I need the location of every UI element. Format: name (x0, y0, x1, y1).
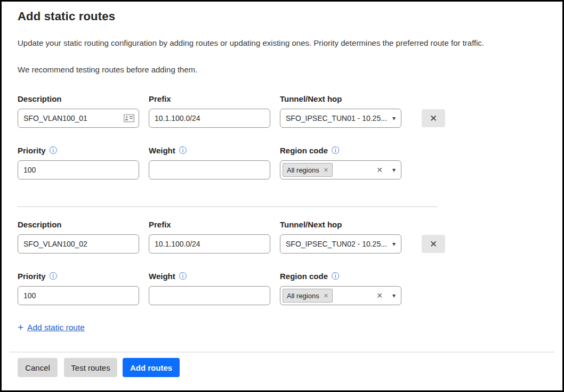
tunnel-select[interactable]: SFO_IPSEC_TUN02 - 10.25... ▾ (280, 234, 401, 254)
description-label: Description (18, 219, 62, 230)
weight-field-group: Weight ⓘ (149, 145, 270, 179)
priority-field-group: Priority ⓘ (18, 145, 139, 179)
region-multiselect[interactable]: All regions ✕ ✕ ▾ (280, 286, 401, 305)
note-text: We recommend testing routes before addin… (18, 64, 546, 75)
prefix-label: Prefix (149, 93, 171, 104)
weight-label: Weight (149, 271, 175, 282)
tunnel-select[interactable]: SFO_IPSEC_TUN01 - 10.25... ▾ (280, 109, 401, 128)
chevron-down-icon: ▾ (392, 292, 396, 299)
tunnel-field-group: Tunnel/Next hop SFO_IPSEC_TUN02 - 10.25.… (280, 219, 401, 254)
remove-route-button[interactable]: ✕ (422, 235, 445, 253)
route-divider (18, 206, 438, 207)
remove-route-button[interactable]: ✕ (422, 109, 445, 127)
tunnel-select-value: SFO_IPSEC_TUN02 - 10.25... (286, 240, 387, 248)
cancel-button[interactable]: Cancel (18, 358, 58, 377)
dialog-content: Add static routes Update your static rou… (2, 9, 562, 332)
chevron-down-icon: ▾ (392, 241, 396, 247)
tunnel-next-hop-label: Tunnel/Next hop (280, 219, 342, 230)
prefix-input[interactable] (149, 234, 270, 254)
description-input[interactable] (18, 234, 139, 254)
priority-input[interactable] (18, 286, 139, 305)
region-multiselect[interactable]: All regions ✕ ✕ ▾ (280, 160, 401, 179)
close-icon: ✕ (430, 239, 437, 249)
tunnel-select-value: SFO_IPSEC_TUN01 - 10.25... (286, 114, 387, 123)
weight-input[interactable] (149, 286, 270, 305)
add-static-routes-dialog: Add static routes Update your static rou… (0, 0, 564, 392)
priority-label: Priority (18, 271, 46, 282)
tunnel-next-hop-label: Tunnel/Next hop (280, 93, 342, 104)
chevron-down-icon: ▾ (392, 167, 396, 173)
region-tag: All regions ✕ (283, 289, 333, 303)
weight-label: Weight (149, 145, 175, 156)
chevron-down-icon: ▾ (392, 115, 396, 121)
weight-input[interactable] (149, 160, 270, 179)
page-title: Add static routes (18, 9, 546, 24)
footer-actions: Cancel Test routes Add routes (2, 353, 562, 377)
region-field-group: Region code ⓘ All regions ✕ ✕ ▾ (280, 271, 401, 305)
close-icon: ✕ (430, 113, 437, 124)
prefix-label: Prefix (149, 219, 171, 230)
route-1-secondary-row: Priority ⓘ Weight ⓘ Region code ⓘ (18, 145, 546, 179)
priority-label: Priority (18, 145, 46, 156)
clear-selection-icon[interactable]: ✕ (376, 292, 383, 299)
priority-field-group: Priority ⓘ (18, 271, 139, 305)
tunnel-field-group: Tunnel/Next hop SFO_IPSEC_TUN01 - 10.25.… (280, 93, 401, 128)
contact-card-icon[interactable] (124, 115, 134, 123)
tag-remove-icon[interactable]: ✕ (324, 292, 328, 299)
intro-text: Update your static routing configuration… (18, 37, 546, 48)
description-field-group: Description (18, 93, 139, 128)
info-icon[interactable]: ⓘ (179, 146, 187, 154)
tag-remove-icon[interactable]: ✕ (324, 167, 328, 174)
description-label: Description (18, 93, 62, 104)
description-field-group: Description (18, 219, 139, 254)
weight-field-group: Weight ⓘ (149, 271, 270, 305)
info-icon[interactable]: ⓘ (50, 272, 57, 280)
clear-selection-icon[interactable]: ✕ (376, 166, 383, 174)
add-routes-button[interactable]: Add routes (123, 358, 180, 377)
add-static-route-link[interactable]: Add static route (27, 323, 85, 332)
region-code-label: Region code (280, 271, 328, 282)
region-tag-label: All regions (287, 166, 319, 174)
priority-input[interactable] (18, 160, 139, 179)
route-entry-1: Description (18, 93, 546, 179)
region-tag: All regions ✕ (283, 163, 333, 177)
route-2-main-row: Description Prefix Tunnel/Next hop SFO_I (18, 219, 546, 254)
prefix-input[interactable] (149, 109, 270, 128)
info-icon[interactable]: ⓘ (332, 272, 339, 280)
description-input[interactable] (18, 109, 139, 128)
prefix-field-group: Prefix (149, 93, 270, 128)
test-routes-button[interactable]: Test routes (64, 358, 117, 377)
plus-icon: + (18, 322, 23, 332)
region-tag-label: All regions (287, 292, 319, 300)
region-code-label: Region code (280, 145, 328, 156)
info-icon[interactable]: ⓘ (179, 272, 187, 280)
region-field-group: Region code ⓘ All regions ✕ ✕ ▾ (280, 145, 401, 179)
add-static-route-row: + Add static route (18, 322, 546, 332)
route-2-secondary-row: Priority ⓘ Weight ⓘ Region code ⓘ (18, 271, 546, 305)
route-entry-2: Description Prefix Tunnel/Next hop SFO_I (18, 219, 546, 305)
info-icon[interactable]: ⓘ (50, 146, 57, 154)
route-1-main-row: Description (18, 93, 546, 128)
prefix-field-group: Prefix (149, 219, 270, 254)
info-icon[interactable]: ⓘ (332, 146, 339, 154)
